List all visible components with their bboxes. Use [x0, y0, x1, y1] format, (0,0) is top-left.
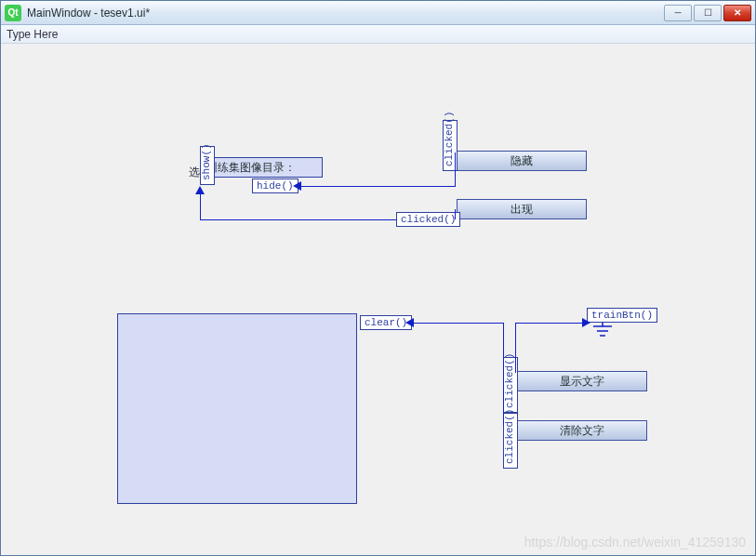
minimize-button[interactable]: ─ [664, 5, 692, 21]
slot-hide: hide() [252, 179, 298, 193]
menubar-placeholder[interactable]: Type Here [7, 28, 58, 41]
conn-line [200, 219, 396, 220]
slot-trainbtn: trainBtn() [587, 308, 657, 323]
textedit-widget[interactable] [117, 313, 357, 504]
conn-line [299, 186, 456, 187]
showtext-button[interactable]: 显示文字 [517, 371, 647, 391]
conn-line [515, 323, 516, 373]
conn-line [503, 323, 504, 425]
conn-line [455, 152, 456, 186]
hide-button[interactable]: 隐藏 [457, 151, 587, 171]
watermark-text: https://blog.csdn.net/weixin_41259130 [524, 535, 746, 549]
window-controls: ─ ☐ ✕ [664, 5, 751, 21]
show-button-label: 出现 [511, 202, 533, 218]
show-button[interactable]: 出现 [457, 199, 587, 219]
conn-arrow [582, 318, 590, 327]
showtext-button-label: 显示文字 [560, 374, 604, 390]
conn-arrow [195, 186, 205, 194]
main-window: Qt MainWindow - tesev1.ui* ─ ☐ ✕ Type He… [0, 0, 756, 556]
titlebar[interactable]: Qt MainWindow - tesev1.ui* ─ ☐ ✕ [1, 1, 755, 25]
signal-clicked-cleartext: clicked() [503, 413, 518, 469]
design-canvas[interactable]: 选 训练集图像目录： show() hide() 隐藏 clicked() 出现… [1, 44, 755, 555]
cleartext-button-label: 清除文字 [560, 423, 604, 439]
close-button[interactable]: ✕ [723, 5, 751, 21]
window-title: MainWindow - tesev1.ui* [27, 7, 664, 20]
ground-icon [591, 323, 614, 339]
conn-arrow [405, 318, 414, 327]
cleartext-button[interactable]: 清除文字 [517, 420, 647, 441]
qt-icon: Qt [5, 5, 21, 21]
label-prefix-text: 选 [189, 165, 200, 180]
maximize-button[interactable]: ☐ [694, 5, 722, 21]
signal-clicked-show: clicked() [396, 212, 460, 227]
slot-show: show() [200, 146, 215, 185]
label-widget-text: 训练集图像目录： [206, 160, 296, 176]
conn-arrow [293, 181, 301, 191]
conn-line [455, 209, 456, 219]
slot-clear: clear() [360, 315, 412, 330]
menubar[interactable]: Type Here [1, 25, 755, 44]
conn-line [515, 323, 590, 324]
label-widget[interactable]: 训练集图像目录： [202, 157, 323, 178]
hide-button-label: 隐藏 [511, 153, 533, 169]
conn-line [412, 323, 504, 324]
conn-line [200, 192, 201, 220]
